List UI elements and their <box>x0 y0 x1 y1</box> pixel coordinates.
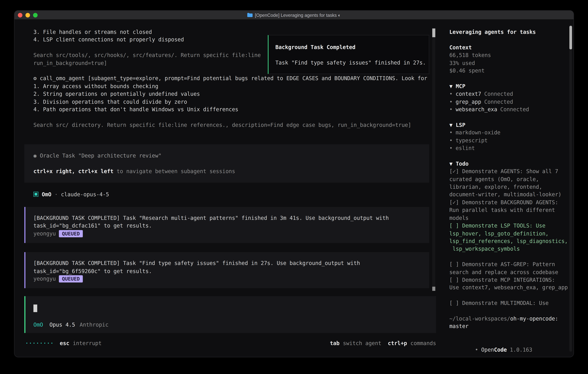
window-titlebar[interactable]: [OpenCode] Leveraging agents for tasks ◐ <box>14 11 574 20</box>
todo-heading[interactable]: ▼ Todo <box>449 160 568 168</box>
mcp-status: Connected <box>500 106 529 112</box>
hint-text: to navigate between subagent sessions <box>114 168 235 174</box>
session-sidebar: Leveraging agents for tasks Context 66,5… <box>444 20 574 357</box>
lsp-section: ▼ LSP •markdown-oxide •typescript •eslin… <box>449 121 568 152</box>
status-bar: •••••••• esc interrupt tab switch agent … <box>26 339 436 347</box>
message-author: yeongyu <box>33 230 56 238</box>
message-meta: yeongyu QUEUED <box>33 275 420 283</box>
context-stats: 66,518 tokens 33% used $0.46 spent <box>449 51 568 75</box>
lsp-name: markdown-oxide <box>456 130 501 136</box>
message-meta: yeongyu QUEUED <box>33 230 420 238</box>
lsp-item-eslint: •eslint <box>449 144 568 152</box>
todo-item-background-agents: [✓] Demonstrate BACKGROUND AGENTS: Run p… <box>449 198 568 222</box>
toast-body: Task "Find type safety issues" finished … <box>275 59 425 67</box>
todo-section: ▼ Todo [✓] Demonstrate AGENTS: Show all … <box>449 160 568 307</box>
workspace-path-prefix: ~/local-workspaces/ <box>449 315 510 322</box>
queued-badge: QUEUED <box>59 230 83 237</box>
status-right: tab switch agent ctrl+p commands <box>330 339 436 347</box>
bullet-icon: • <box>449 99 452 105</box>
scrollbar-thumb-top[interactable] <box>432 29 435 37</box>
bullet-icon: • <box>449 91 452 97</box>
input-model-name[interactable]: Opus 4.5 <box>50 321 75 329</box>
agent-separator: · <box>51 190 61 198</box>
zoom-button[interactable] <box>33 13 38 17</box>
mcp-name: context7 <box>456 91 481 97</box>
oracle-task-title: ◉ Oracle Task "Deep architecture review" <box>33 152 420 160</box>
ctrlp-key-hint: ctrl+p <box>388 339 407 347</box>
mcp-name: grep_app <box>456 99 481 105</box>
mcp-item-grep-app: •grep_appConnected <box>449 98 568 105</box>
lsp-item-markdown-oxide: •markdown-oxide <box>449 129 568 137</box>
input-meta-row: OmO Opus 4.5 Anthropic <box>33 321 427 329</box>
terminal-window: [OpenCode] Leveraging agents for tasks ◐… <box>14 11 574 357</box>
hint-keys: ctrl+x right, ctrl+x left <box>33 168 114 174</box>
bullet-icon: • <box>449 130 452 136</box>
workspace-branch: master <box>449 322 568 330</box>
esc-key-label: interrupt <box>73 339 102 347</box>
subagent-nav-hint: ctrl+x right, ctrl+x left to navigate be… <box>33 167 420 175</box>
ctrlp-key-label: commands <box>410 339 436 347</box>
prompt-input[interactable]: OmO Opus 4.5 Anthropic <box>24 296 436 333</box>
scrollbar-thumb-bottom[interactable] <box>432 287 435 291</box>
folder-icon <box>247 13 253 17</box>
mcp-status: Connected <box>484 99 513 105</box>
input-provider-name: Anthropic <box>80 321 108 329</box>
lsp-item-typescript: •typescript <box>449 136 568 144</box>
window-title: [OpenCode] Leveraging agents for tasks ◐ <box>255 13 341 17</box>
app-version: 1.0.163 <box>510 346 532 353</box>
workspace-repo-name: oh-my-opencode: <box>510 315 558 322</box>
tab-key-hint: tab <box>330 339 339 347</box>
todo-item-lsp-tools: [ ] Demonstrate LSP TOOLS: Use lsp_hover… <box>449 222 568 253</box>
bullet-icon: • <box>449 145 452 151</box>
bullet-icon: • <box>449 137 452 143</box>
toast-title: Background Task Completed <box>275 43 425 51</box>
session-title: Leveraging agents for tasks <box>449 28 568 36</box>
context-heading: Context <box>449 43 568 51</box>
log-block-tool-call: ⚙ call_omo_agent [subagent_type=explore,… <box>33 75 444 113</box>
minimize-button[interactable] <box>25 13 30 17</box>
message-text: [BACKGROUND TASK COMPLETED] Task "Find t… <box>33 260 420 275</box>
status-left: •••••••• esc interrupt <box>26 339 102 347</box>
agent-session-row[interactable]: OmO · claude-opus-4-5 <box>33 190 444 198</box>
message-author: yeongyu <box>33 275 56 283</box>
background-task-message-2[interactable]: [BACKGROUND TASK COMPLETED] Task "Find t… <box>24 252 429 288</box>
sidebar-scrollbar[interactable] <box>569 25 572 352</box>
app-name-light: Open <box>481 346 494 353</box>
mcp-name: websearch_exa <box>456 106 497 112</box>
bullet-icon: • <box>449 106 452 112</box>
background-task-toast: Background Task Completed Task "Find typ… <box>268 35 429 74</box>
mcp-section: ▼ MCP •context7Connected •grep_appConnec… <box>449 82 568 113</box>
queued-badge: QUEUED <box>59 275 83 282</box>
todo-item-ast-grep: [ ] Demonstrate AST-GREP: Pattern search… <box>449 260 568 276</box>
mcp-item-context7: •context7Connected <box>449 90 568 98</box>
workspace-path: ~/local-workspaces/oh-my-opencode: <box>449 315 568 322</box>
window-title-group: [OpenCode] Leveraging agents for tasks ◐ <box>247 13 341 17</box>
esc-key-hint: esc <box>60 339 69 347</box>
background-task-message-1[interactable]: [BACKGROUND TASK COMPLETED] Task "Resear… <box>24 207 429 243</box>
lsp-heading[interactable]: ▼ LSP <box>449 121 568 129</box>
terminal-main: 3. File handles or streams not closed 4.… <box>14 20 444 357</box>
traffic-lights <box>18 11 38 19</box>
tab-key-label: switch agent <box>343 339 381 347</box>
screen: [OpenCode] Leveraging agents for tasks ◐… <box>0 0 588 374</box>
todo-item-agents: [✓] Demonstrate AGENTS: Show all 7 curat… <box>449 167 568 198</box>
oracle-task-panel[interactable]: ◉ Oracle Task "Deep architecture review"… <box>24 144 429 183</box>
agent-model: claude-opus-4-5 <box>61 190 109 198</box>
message-text: [BACKGROUND TASK COMPLETED] Task "Resear… <box>33 214 420 230</box>
todo-item-mcp-integrations: [ ] Demonstrate MCP INTEGRATIONS: Use co… <box>449 276 568 291</box>
lsp-name: typescript <box>456 137 488 143</box>
context-section: Context 66,518 tokens 33% used $0.46 spe… <box>449 43 568 74</box>
agent-name: OmO <box>42 190 51 198</box>
text-cursor <box>33 305 37 312</box>
mcp-heading[interactable]: ▼ MCP <box>449 82 568 90</box>
workspace-section: ~/local-workspaces/oh-my-opencode: maste… <box>449 315 568 330</box>
mcp-item-websearch-exa: •websearch_exaConnected <box>449 105 568 113</box>
main-scrollbar[interactable] <box>432 28 435 291</box>
todo-item-multimodal: [ ] Demonstrate MULTIMODAL: Use <box>449 299 568 307</box>
close-button[interactable] <box>18 13 22 17</box>
input-agent-name: OmO <box>33 321 43 329</box>
sidebar-scrollbar-thumb[interactable] <box>569 26 572 50</box>
lsp-name: eslint <box>456 145 475 151</box>
spinner-dots: •••••••• <box>26 339 54 347</box>
bullet-icon: • <box>475 346 478 353</box>
